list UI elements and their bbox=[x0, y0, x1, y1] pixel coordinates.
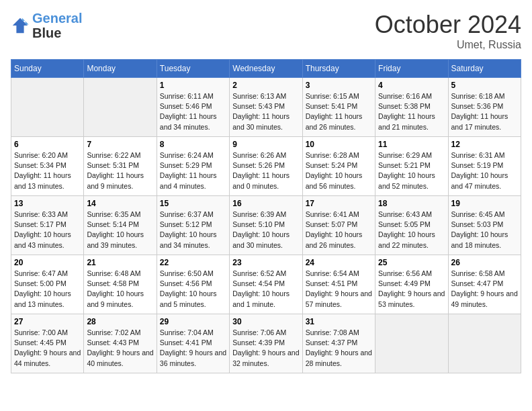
calendar-week-row: 27Sunrise: 7:00 AM Sunset: 4:45 PM Dayli… bbox=[11, 314, 521, 373]
day-number: 26 bbox=[451, 258, 518, 267]
calendar-cell: 14Sunrise: 6:35 AM Sunset: 5:14 PM Dayli… bbox=[84, 196, 157, 255]
day-detail: Sunrise: 6:35 AM Sunset: 5:14 PM Dayligh… bbox=[87, 210, 153, 250]
calendar-cell: 31Sunrise: 7:08 AM Sunset: 4:37 PM Dayli… bbox=[302, 314, 375, 373]
day-number: 2 bbox=[232, 81, 299, 90]
calendar-cell: 19Sunrise: 6:45 AM Sunset: 5:03 PM Dayli… bbox=[448, 196, 521, 255]
page-header: GeneralBlue October 2024 Umet, Russia bbox=[11, 11, 521, 51]
day-number: 9 bbox=[232, 140, 299, 149]
day-detail: Sunrise: 6:15 AM Sunset: 5:41 PM Dayligh… bbox=[306, 91, 372, 132]
day-number: 28 bbox=[87, 317, 153, 326]
header-day: Friday bbox=[375, 60, 448, 78]
day-number: 18 bbox=[378, 199, 445, 208]
day-number: 1 bbox=[160, 81, 226, 90]
day-detail: Sunrise: 6:33 AM Sunset: 5:17 PM Dayligh… bbox=[14, 210, 81, 250]
calendar-cell: 28Sunrise: 7:02 AM Sunset: 4:43 PM Dayli… bbox=[84, 314, 157, 373]
day-detail: Sunrise: 6:50 AM Sunset: 4:56 PM Dayligh… bbox=[160, 269, 226, 310]
day-number: 23 bbox=[232, 258, 299, 267]
header-day: Thursday bbox=[302, 60, 375, 78]
calendar-cell: 12Sunrise: 6:31 AM Sunset: 5:19 PM Dayli… bbox=[448, 137, 521, 196]
calendar-cell: 1Sunrise: 6:11 AM Sunset: 5:46 PM Daylig… bbox=[157, 78, 229, 137]
calendar-cell: 25Sunrise: 6:56 AM Sunset: 4:49 PM Dayli… bbox=[375, 255, 448, 314]
day-detail: Sunrise: 6:47 AM Sunset: 5:00 PM Dayligh… bbox=[14, 269, 81, 310]
calendar-table: SundayMondayTuesdayWednesdayThursdayFrid… bbox=[11, 59, 521, 373]
day-detail: Sunrise: 6:13 AM Sunset: 5:43 PM Dayligh… bbox=[232, 91, 299, 132]
day-detail: Sunrise: 6:41 AM Sunset: 5:07 PM Dayligh… bbox=[306, 210, 372, 250]
title-block: October 2024 Umet, Russia bbox=[375, 11, 521, 51]
calendar-cell bbox=[11, 78, 84, 137]
day-number: 19 bbox=[451, 199, 518, 208]
calendar-cell: 21Sunrise: 6:48 AM Sunset: 4:58 PM Dayli… bbox=[84, 255, 157, 314]
calendar-cell: 16Sunrise: 6:39 AM Sunset: 5:10 PM Dayli… bbox=[230, 196, 302, 255]
calendar-week-row: 6Sunrise: 6:20 AM Sunset: 5:34 PM Daylig… bbox=[11, 137, 521, 196]
day-number: 27 bbox=[14, 317, 81, 326]
day-number: 4 bbox=[378, 81, 445, 90]
day-number: 20 bbox=[14, 258, 81, 267]
calendar-cell: 29Sunrise: 7:04 AM Sunset: 4:41 PM Dayli… bbox=[157, 314, 229, 373]
day-detail: Sunrise: 6:22 AM Sunset: 5:31 PM Dayligh… bbox=[87, 150, 153, 191]
day-number: 5 bbox=[451, 81, 518, 90]
day-number: 8 bbox=[160, 140, 226, 149]
day-detail: Sunrise: 6:18 AM Sunset: 5:36 PM Dayligh… bbox=[451, 91, 518, 132]
calendar-cell: 24Sunrise: 6:54 AM Sunset: 4:51 PM Dayli… bbox=[302, 255, 375, 314]
day-detail: Sunrise: 6:26 AM Sunset: 5:26 PM Dayligh… bbox=[232, 150, 299, 191]
calendar-cell bbox=[375, 314, 448, 373]
calendar-cell: 2Sunrise: 6:13 AM Sunset: 5:43 PM Daylig… bbox=[230, 78, 302, 137]
calendar-cell: 5Sunrise: 6:18 AM Sunset: 5:36 PM Daylig… bbox=[448, 78, 521, 137]
calendar-week-row: 20Sunrise: 6:47 AM Sunset: 5:00 PM Dayli… bbox=[11, 255, 521, 314]
day-detail: Sunrise: 6:45 AM Sunset: 5:03 PM Dayligh… bbox=[451, 210, 518, 250]
day-detail: Sunrise: 6:37 AM Sunset: 5:12 PM Dayligh… bbox=[160, 210, 226, 250]
header-row: SundayMondayTuesdayWednesdayThursdayFrid… bbox=[11, 60, 521, 78]
calendar-cell bbox=[84, 78, 157, 137]
day-detail: Sunrise: 6:56 AM Sunset: 4:49 PM Dayligh… bbox=[378, 269, 445, 310]
calendar-week-row: 1Sunrise: 6:11 AM Sunset: 5:46 PM Daylig… bbox=[11, 78, 521, 137]
day-detail: Sunrise: 6:24 AM Sunset: 5:29 PM Dayligh… bbox=[160, 150, 226, 191]
calendar-cell: 6Sunrise: 6:20 AM Sunset: 5:34 PM Daylig… bbox=[11, 137, 84, 196]
day-number: 30 bbox=[232, 317, 299, 326]
logo-text: GeneralBlue bbox=[32, 11, 82, 40]
header-day: Wednesday bbox=[230, 60, 302, 78]
calendar-cell: 9Sunrise: 6:26 AM Sunset: 5:26 PM Daylig… bbox=[230, 137, 302, 196]
calendar-cell: 8Sunrise: 6:24 AM Sunset: 5:29 PM Daylig… bbox=[157, 137, 229, 196]
header-day: Sunday bbox=[11, 60, 84, 78]
calendar-cell: 27Sunrise: 7:00 AM Sunset: 4:45 PM Dayli… bbox=[11, 314, 84, 373]
calendar-cell: 23Sunrise: 6:52 AM Sunset: 4:54 PM Dayli… bbox=[230, 255, 302, 314]
calendar-cell: 4Sunrise: 6:16 AM Sunset: 5:38 PM Daylig… bbox=[375, 78, 448, 137]
day-detail: Sunrise: 6:48 AM Sunset: 4:58 PM Dayligh… bbox=[87, 269, 153, 310]
day-number: 15 bbox=[160, 199, 226, 208]
calendar-cell: 13Sunrise: 6:33 AM Sunset: 5:17 PM Dayli… bbox=[11, 196, 84, 255]
location-subtitle: Umet, Russia bbox=[375, 39, 521, 51]
day-number: 6 bbox=[14, 140, 81, 149]
day-number: 21 bbox=[87, 258, 153, 267]
day-number: 24 bbox=[306, 258, 372, 267]
logo-icon bbox=[11, 16, 30, 35]
svg-marker-0 bbox=[13, 18, 28, 33]
day-detail: Sunrise: 6:31 AM Sunset: 5:19 PM Dayligh… bbox=[451, 150, 518, 191]
day-number: 10 bbox=[306, 140, 372, 149]
day-detail: Sunrise: 6:52 AM Sunset: 4:54 PM Dayligh… bbox=[232, 269, 299, 310]
calendar-cell: 3Sunrise: 6:15 AM Sunset: 5:41 PM Daylig… bbox=[302, 78, 375, 137]
calendar-cell bbox=[448, 314, 521, 373]
month-title: October 2024 bbox=[375, 11, 521, 39]
day-detail: Sunrise: 7:08 AM Sunset: 4:37 PM Dayligh… bbox=[306, 328, 372, 369]
header-day: Monday bbox=[84, 60, 157, 78]
day-number: 16 bbox=[232, 199, 299, 208]
calendar-cell: 30Sunrise: 7:06 AM Sunset: 4:39 PM Dayli… bbox=[230, 314, 302, 373]
day-number: 29 bbox=[160, 317, 226, 326]
calendar-week-row: 13Sunrise: 6:33 AM Sunset: 5:17 PM Dayli… bbox=[11, 196, 521, 255]
calendar-cell: 7Sunrise: 6:22 AM Sunset: 5:31 PM Daylig… bbox=[84, 137, 157, 196]
day-number: 7 bbox=[87, 140, 153, 149]
day-detail: Sunrise: 6:20 AM Sunset: 5:34 PM Dayligh… bbox=[14, 150, 81, 191]
calendar-cell: 26Sunrise: 6:58 AM Sunset: 4:47 PM Dayli… bbox=[448, 255, 521, 314]
day-detail: Sunrise: 6:16 AM Sunset: 5:38 PM Dayligh… bbox=[378, 91, 445, 132]
header-day: Saturday bbox=[448, 60, 521, 78]
day-number: 14 bbox=[87, 199, 153, 208]
day-detail: Sunrise: 6:58 AM Sunset: 4:47 PM Dayligh… bbox=[451, 269, 518, 310]
day-detail: Sunrise: 6:28 AM Sunset: 5:24 PM Dayligh… bbox=[306, 150, 372, 191]
day-number: 31 bbox=[306, 317, 372, 326]
day-detail: Sunrise: 7:06 AM Sunset: 4:39 PM Dayligh… bbox=[232, 328, 299, 369]
day-detail: Sunrise: 7:00 AM Sunset: 4:45 PM Dayligh… bbox=[14, 328, 81, 369]
day-number: 3 bbox=[306, 81, 372, 90]
day-number: 17 bbox=[306, 199, 372, 208]
day-detail: Sunrise: 6:43 AM Sunset: 5:05 PM Dayligh… bbox=[378, 210, 445, 250]
day-number: 22 bbox=[160, 258, 226, 267]
